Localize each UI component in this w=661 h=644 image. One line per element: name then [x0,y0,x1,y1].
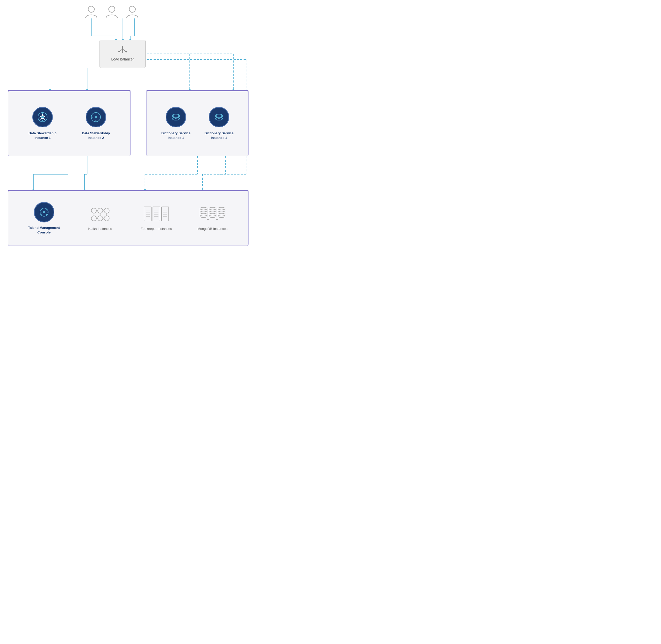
left-service-container: Data StewardshipInstance 1 Data Stewards… [8,90,131,156]
svg-point-78 [91,216,96,221]
zookeeper-label: Zookeeper Instances [141,227,172,231]
dict-icon-1 [166,107,186,128]
svg-point-119 [218,215,225,217]
svg-point-52 [41,116,44,118]
svg-point-79 [98,216,103,221]
right-service-container: Dictionary ServiceInstance 1 Dictionary … [146,90,249,156]
mongodb-item: MongoDB Instances [190,206,236,231]
svg-point-114 [209,215,216,217]
tmc-icon [34,202,54,223]
svg-point-107 [200,215,207,217]
svg-rect-88 [144,207,151,221]
svg-point-120 [218,211,225,214]
bottom-service-container: Talend ManagementConsole [8,190,249,246]
svg-point-43 [129,6,135,12]
svg-point-115 [209,211,216,214]
mongodb-icon [198,206,227,224]
load-balancer-icon [117,46,128,55]
kafka-item: Kafka Instances [77,206,123,231]
svg-point-103 [200,207,207,210]
svg-line-72 [46,214,47,215]
dict-instance-1: Dictionary ServiceInstance 1 [157,107,195,140]
svg-point-42 [109,6,115,12]
zookeeper-item: Zookeeper Instances [133,206,179,231]
svg-point-108 [200,211,207,214]
svg-point-75 [91,208,96,213]
svg-point-116 [218,207,225,210]
svg-point-66 [43,211,45,213]
svg-marker-48 [118,51,120,53]
svg-line-71 [41,209,42,210]
svg-marker-50 [125,51,127,53]
user-icon-3 [126,5,139,19]
kafka-icon [89,206,112,224]
svg-marker-49 [122,51,123,53]
zookeeper-icon [144,206,169,224]
svg-rect-61 [215,116,223,116]
svg-point-76 [98,208,103,213]
architecture-diagram: Load balancer Data [0,0,257,251]
svg-rect-56 [172,116,179,116]
svg-line-73 [46,209,47,210]
svg-rect-93 [153,207,160,221]
load-balancer-label: Load balancer [111,57,134,61]
user-icon-2 [105,5,118,19]
svg-point-41 [88,6,94,12]
ds-icon-1 [32,107,53,128]
svg-point-80 [104,216,109,221]
mongodb-label: MongoDB Instances [197,227,227,231]
dict-instance-2: Dictionary ServiceInstance 1 [200,107,238,140]
ds-label-2: Data StewardshipInstance 2 [82,131,110,140]
ds-instance-2: Data StewardshipInstance 2 [77,107,115,140]
svg-line-74 [41,214,42,215]
svg-point-111 [209,207,216,210]
tmc-label: Talend ManagementConsole [28,226,60,235]
kafka-label: Kafka Instances [88,227,112,231]
tmc-item: Talend ManagementConsole [21,202,67,235]
ds-instance-1: Data StewardshipInstance 1 [23,107,62,140]
load-balancer-box: Load balancer [100,40,146,68]
svg-point-77 [104,208,109,213]
user-icon-1 [85,5,98,19]
users-row [85,5,139,19]
svg-rect-98 [161,207,169,221]
svg-point-54 [95,116,97,118]
dict-icon-2 [209,107,229,128]
dict-label-1: Dictionary ServiceInstance 1 [161,131,190,140]
ds-label-1: Data StewardshipInstance 1 [28,131,57,140]
dict-label-2: Dictionary ServiceInstance 1 [204,131,233,140]
ds-icon-2 [86,107,106,128]
